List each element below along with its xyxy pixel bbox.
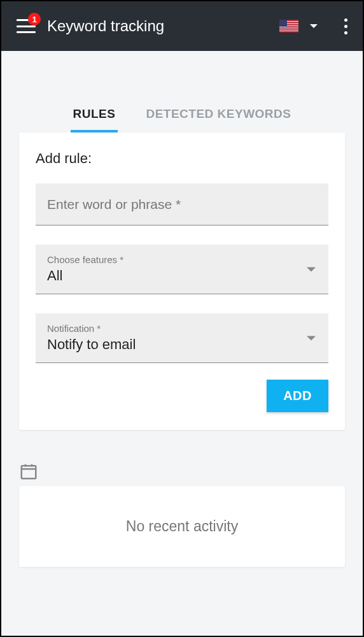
notification-value: Notify to email — [47, 336, 317, 353]
notification-select[interactable]: Notification * Notify to email — [36, 313, 328, 363]
keyword-field[interactable] — [36, 183, 328, 225]
add-button[interactable]: ADD — [267, 380, 328, 412]
features-value: All — [47, 268, 317, 284]
more-menu-button[interactable] — [340, 15, 351, 38]
page-title: Keyword tracking — [47, 17, 270, 35]
add-rule-card: Add rule: Choose features * All Notifica… — [19, 132, 345, 430]
chevron-down-icon — [307, 336, 316, 340]
activity-card: No recent activity — [19, 486, 345, 567]
chevron-down-icon — [310, 24, 318, 28]
activity-header — [19, 462, 345, 481]
notification-label: Notification * — [47, 323, 317, 334]
tabs: RULES DETECTED KEYWORDS — [1, 101, 363, 132]
chevron-down-icon — [307, 267, 316, 271]
keyword-input[interactable] — [47, 197, 317, 212]
app-header: 1 Keyword tracking — [1, 1, 363, 51]
svg-rect-0 — [22, 466, 36, 478]
activity-empty-text: No recent activity — [19, 518, 345, 535]
card-title: Add rule: — [36, 150, 328, 167]
button-row: ADD — [36, 380, 328, 412]
notification-badge: 1 — [28, 13, 41, 25]
features-label: Choose features * — [47, 254, 317, 265]
features-select[interactable]: Choose features * All — [36, 245, 328, 294]
menu-button[interactable]: 1 — [17, 19, 36, 33]
tab-rules[interactable]: RULES — [71, 101, 118, 132]
calendar-icon — [19, 462, 38, 481]
flag-us-icon — [279, 20, 298, 32]
locale-selector[interactable] — [279, 20, 318, 32]
tab-detected-keywords[interactable]: DETECTED KEYWORDS — [143, 101, 293, 132]
